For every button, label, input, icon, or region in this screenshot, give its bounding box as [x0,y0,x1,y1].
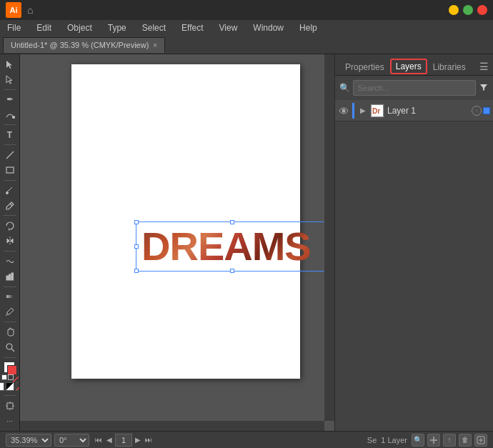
direct-selection-tool[interactable] [2,72,18,86]
layer-color-bar [352,103,354,119]
filter-icon[interactable] [479,82,489,94]
status-panel-buttons: 🔍 ↑ 🗑 [412,434,487,447]
more-tools[interactable]: ··· [2,414,18,428]
vertical-scrollbar[interactable] [324,54,334,421]
close-button[interactable] [477,5,487,15]
curvature-tool[interactable] [2,108,18,121]
toolbar-separator-5 [4,215,16,216]
svg-line-14 [13,377,19,382]
status-add-btn[interactable] [427,434,440,447]
minimize-button[interactable] [449,5,459,15]
menu-view[interactable]: View [216,21,241,34]
menu-effect[interactable]: Effect [179,21,206,34]
svg-point-0 [12,116,14,118]
pen-tool[interactable]: ✒ [2,93,18,106]
toolbar-separator-2 [4,124,16,125]
svg-rect-8 [9,274,11,280]
svg-point-21 [342,109,346,112]
toolbar-separator-7 [4,287,16,287]
maximize-button[interactable] [463,5,473,15]
svg-text:Dr: Dr [372,107,380,115]
status-info: Se [367,436,377,444]
menu-select[interactable]: Select [139,21,169,34]
svg-line-13 [11,349,14,352]
menu-help[interactable]: Help [297,21,320,34]
rectangle-tool[interactable] [2,164,18,177]
handle-bottom-left[interactable] [134,269,139,273]
menu-object[interactable]: Object [64,21,95,34]
menu-type[interactable]: Type [105,21,129,34]
layer-expand-toggle[interactable]: ▶ [359,106,367,115]
tab-properties[interactable]: Properties [339,59,390,75]
nav-prev[interactable]: ◀ [105,434,114,445]
rotate-tool[interactable] [2,219,18,232]
status-search-btn[interactable]: 🔍 [412,434,424,447]
tab-layers[interactable]: Layers [390,59,427,74]
artboard-tool[interactable] [2,399,18,412]
fill-stroke-controls [0,362,20,378]
horizontal-scrollbar[interactable] [20,421,324,431]
nav-first[interactable]: ⏮ [94,434,104,445]
tab-libraries[interactable]: Libraries [427,59,472,75]
color-mode-btns [0,381,20,392]
svg-rect-10 [6,295,14,298]
dreams-text-container[interactable]: DREAMS [136,221,329,272]
toolbar-separator-3 [4,144,16,145]
status-new-layer-btn[interactable] [474,434,487,447]
paintbrush-tool[interactable] [2,184,18,197]
artboard-nav: ⏮ ◀ ▶ ⏭ [94,434,154,447]
menu-bar: File Edit Object Type Select Effect View… [0,20,493,36]
rotation-select[interactable]: 0° 90° 180° [54,434,89,447]
hand-tool[interactable] [2,325,18,339]
layers-list: ▶ Dr Layer 1 ○ [335,100,493,266]
gradient-btn[interactable] [6,382,14,391]
toolbar-separator-4 [4,180,16,181]
none-icon[interactable] [13,374,19,380]
layer-color-swatch[interactable] [483,107,490,114]
svg-rect-2 [6,167,14,173]
toolbar-separator-6 [4,251,16,252]
artboard-number[interactable] [115,434,132,447]
menu-edit[interactable]: Edit [34,21,54,34]
stroke-swatch[interactable] [7,365,17,375]
type-tool[interactable]: T [2,128,18,141]
doc-tab-close[interactable]: × [153,41,157,49]
eyedropper-tool[interactable] [2,305,18,319]
handle-top-left[interactable] [134,220,139,224]
search-icon: 🔍 [339,83,350,93]
doc-tab-bar: Untitled-1* @ 35.39 % (CMYK/Preview) × [0,36,493,54]
status-bar: 35.39% 50% 100% 0° 90° 180° ⏮ ◀ ▶ ⏭ Se 1… [0,431,493,448]
handle-mid-left[interactable] [134,244,139,249]
pencil-tool[interactable] [2,199,18,212]
nav-last[interactable]: ⏭ [144,434,154,445]
menu-file[interactable]: File [4,21,24,34]
layer-item[interactable]: ▶ Dr Layer 1 ○ [335,100,493,121]
nav-next[interactable]: ▶ [134,434,142,445]
layer-visibility-toggle[interactable] [338,105,349,116]
right-panel: Properties Layers Libraries ☰ 🔍 [334,54,493,431]
doc-tab[interactable]: Untitled-1* @ 35.39 % (CMYK/Preview) × [3,37,165,53]
panel-search-area: 🔍 [335,76,493,100]
layers-search-input[interactable] [353,80,476,96]
warp-tool[interactable] [2,254,18,268]
gradient-tool[interactable] [2,289,18,303]
selection-tool[interactable] [2,57,18,71]
layer-name: Layer 1 [387,106,469,116]
mini-fill[interactable] [1,374,7,380]
zoom-tool[interactable] [2,340,18,354]
status-delete-btn[interactable]: 🗑 [459,434,472,447]
title-bar-left: Ai ⌂ [6,2,33,18]
panel-menu-icon[interactable]: ☰ [479,61,489,75]
line-tool[interactable] [2,148,18,161]
layer-options: ○ [472,106,490,116]
graph-tool[interactable] [2,269,18,283]
reflect-tool[interactable] [2,234,18,248]
menu-window[interactable]: Window [250,21,287,34]
color-btn[interactable] [0,382,4,391]
svg-point-12 [6,344,12,349]
status-move-btn[interactable]: ↑ [443,434,456,447]
home-icon[interactable]: ⌂ [27,4,33,16]
layer-option-circle[interactable]: ○ [472,106,482,116]
panel-tabs: Properties Layers Libraries ☰ [335,54,493,76]
zoom-select[interactable]: 35.39% 50% 100% [6,434,51,447]
